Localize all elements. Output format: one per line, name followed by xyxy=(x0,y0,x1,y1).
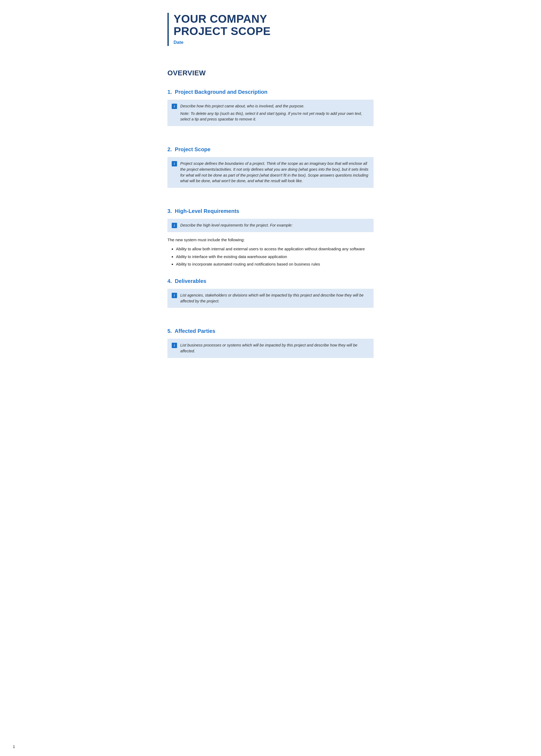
section-3-heading: 3. High-Level Requirements xyxy=(168,207,373,215)
page-number: 1 xyxy=(13,744,15,750)
section-2-heading: 2. Project Scope xyxy=(168,145,373,153)
list-item: Ability to allow both internal and exter… xyxy=(176,246,373,252)
section-5-tip-text: List business processes or systems which… xyxy=(180,343,369,354)
section-3-bullet-list: Ability to allow both internal and exter… xyxy=(176,246,373,268)
info-icon-2: i xyxy=(172,161,177,167)
list-item: Ability to interface with the existing d… xyxy=(176,254,373,260)
section-4-heading: 4. Deliverables xyxy=(168,277,373,285)
section-2-tip-text: Project scope defines the boundaries of … xyxy=(180,161,369,184)
section-4-tip-box: i List agencies, stakeholders or divisio… xyxy=(168,289,373,308)
section-4-tip-text: List agencies, stakeholders or divisions… xyxy=(180,293,369,304)
section-2-tip-box: i Project scope defines the boundaries o… xyxy=(168,157,373,188)
section-3-tip-box: i Describe the high level requirements f… xyxy=(168,219,373,232)
list-item: Ability to incorporate automated routing… xyxy=(176,261,373,268)
section-3-tip-text: Describe the high level requirements for… xyxy=(180,223,293,229)
doc-date: Date xyxy=(174,39,373,46)
section-5-heading: 5. Affected Parties xyxy=(168,327,373,335)
section-1-tip-box: i Describe how this project came about, … xyxy=(168,100,373,126)
info-icon-4: i xyxy=(172,293,177,298)
section-1-tip-text: Describe how this project came about, wh… xyxy=(180,103,369,122)
doc-title: YOUR COMPANY PROJECT SCOPE xyxy=(174,13,373,37)
section-1-heading: 1. Project Background and Description xyxy=(168,88,373,96)
info-icon-5: i xyxy=(172,343,177,348)
document-header: YOUR COMPANY PROJECT SCOPE Date xyxy=(168,13,373,46)
info-icon-3: i xyxy=(172,223,177,228)
section-3-body: The new system must include the followin… xyxy=(168,237,373,243)
section-5-tip-box: i List business processes or systems whi… xyxy=(168,339,373,358)
info-icon-1: i xyxy=(172,104,177,109)
overview-heading: OVERVIEW xyxy=(168,68,373,78)
page-container: YOUR COMPANY PROJECT SCOPE Date OVERVIEW… xyxy=(150,0,391,756)
